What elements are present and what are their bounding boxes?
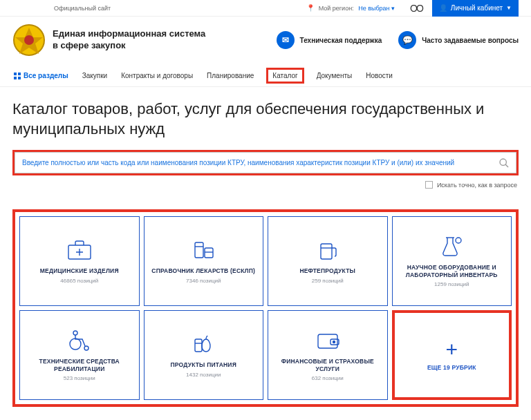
more-label: ЕЩЕ 19 РУБРИК xyxy=(427,364,476,372)
categories-grid: МЕДИЦИНСКИЕ ИЗДЕЛИЯ 46865 позиций СПРАВО… xyxy=(19,216,512,400)
plus-icon: + xyxy=(445,339,458,360)
region-label: Мой регион: xyxy=(319,5,354,12)
wallet-icon xyxy=(314,329,342,352)
fuel-icon xyxy=(314,238,342,262)
flask-icon xyxy=(438,235,465,258)
site-title: Единая информационная система в сфере за… xyxy=(53,28,205,52)
tech-support-label: Техническая поддержка xyxy=(300,37,382,44)
svg-point-9 xyxy=(70,338,81,350)
svg-point-11 xyxy=(84,346,88,350)
food-icon xyxy=(189,332,217,356)
categories-highlight: МЕДИЦИНСКИЕ ИЗДЕЛИЯ 46865 позиций СПРАВО… xyxy=(12,209,519,407)
svg-rect-12 xyxy=(195,339,202,352)
card-lab[interactable]: НАУЧНОЕ ОБОРУДОВАНИЕ И ЛАБОРАТОРНЫЙ ИНВЕ… xyxy=(392,216,512,306)
svg-point-10 xyxy=(73,331,77,335)
card-oil[interactable]: НЕФТЕПРОДУКТЫ 259 позиций xyxy=(268,216,388,306)
card-label: ПРОДУКТЫ ПИТАНИЯ xyxy=(171,361,236,369)
chevron-down-icon: ▾ xyxy=(391,5,395,12)
card-label: ФИНАНСОВЫЕ И СТРАХОВЫЕ УСЛУГИ xyxy=(272,358,383,372)
site-title-l2: в сфере закупок xyxy=(53,40,205,52)
main-nav: Все разделы Закупки Контракты и договоры… xyxy=(0,66,531,87)
svg-line-3 xyxy=(505,164,508,167)
card-label: МЕДИЦИНСКИЕ ИЗДЕЛИЯ xyxy=(40,267,119,275)
nav-all-label: Все разделы xyxy=(24,72,68,79)
accessibility-icon[interactable]: OO xyxy=(410,3,422,14)
card-count: 7346 позиций xyxy=(186,278,221,284)
faq-link[interactable]: 💬 Часто задаваемые вопросы xyxy=(398,31,519,49)
search-icon xyxy=(499,158,510,169)
page-title: Каталог товаров, работ, услуг для обеспе… xyxy=(12,99,519,139)
card-count: 523 позиции xyxy=(64,375,95,381)
svg-rect-6 xyxy=(205,248,213,258)
chat-icon: 💬 xyxy=(398,31,416,49)
svg-rect-5 xyxy=(195,242,203,258)
card-count: 259 позиций xyxy=(312,278,344,284)
card-more[interactable]: + ЕЩЕ 19 РУБРИК xyxy=(392,310,512,400)
mail-icon: ✉ xyxy=(277,31,295,49)
svg-point-15 xyxy=(333,341,335,343)
tech-support-link[interactable]: ✉ Техническая поддержка xyxy=(277,31,382,49)
card-label: ТЕХНИЧЕСКИЕ СРЕДСТВА РЕАБИЛИТАЦИИ xyxy=(24,358,135,372)
card-rehab[interactable]: ТЕХНИЧЕСКИЕ СРЕДСТВА РЕАБИЛИТАЦИИ 523 по… xyxy=(19,310,140,400)
card-finance[interactable]: ФИНАНСОВЫЕ И СТРАХОВЫЕ УСЛУГИ 632 позици… xyxy=(268,310,388,400)
search-bar xyxy=(15,152,516,173)
card-food[interactable]: ПРОДУКТЫ ПИТАНИЯ 1432 позиции xyxy=(144,310,264,400)
svg-point-2 xyxy=(500,159,506,165)
card-count: 46865 позиций xyxy=(60,278,98,284)
card-count: 1259 позиций xyxy=(434,281,469,287)
card-label: СПРАВОЧНИК ЛЕКАРСТВ (ЕСКЛП) xyxy=(151,267,255,275)
search-highlight xyxy=(12,150,519,175)
site-title-l1: Единая информационная система xyxy=(53,28,205,40)
header: Единая информационная система в сфере за… xyxy=(0,17,531,66)
user-icon xyxy=(439,4,447,12)
medkit-icon xyxy=(66,238,93,262)
exact-search-label: Искать точно, как в запросе xyxy=(437,182,517,189)
nav-news[interactable]: Новости xyxy=(364,69,394,82)
card-count: 1432 позиции xyxy=(186,372,221,378)
svg-point-1 xyxy=(24,35,34,45)
region-selector[interactable]: Мой регион: Не выбран ▾ xyxy=(306,4,395,12)
topbar: Официальный сайт Мой регион: Не выбран ▾… xyxy=(0,0,531,17)
chevron-down-icon: ▼ xyxy=(506,5,512,11)
categories-area: МЕДИЦИНСКИЕ ИЗДЕЛИЯ 46865 позиций СПРАВО… xyxy=(12,209,519,407)
pin-icon xyxy=(306,5,317,12)
region-value: Не выбран xyxy=(358,5,389,12)
exact-search-checkbox[interactable] xyxy=(425,181,433,189)
nav-contracts[interactable]: Контракты и договоры xyxy=(120,69,194,82)
card-medical[interactable]: МЕДИЦИНСКИЕ ИЗДЕЛИЯ 46865 позиций xyxy=(19,216,140,306)
login-button[interactable]: Личный кабинет ▼ xyxy=(432,0,519,17)
svg-rect-7 xyxy=(321,244,332,259)
wheelchair-icon xyxy=(66,329,93,352)
nav-planning[interactable]: Планирование xyxy=(205,69,255,82)
main-content: Каталог товаров, работ, услуг для обеспе… xyxy=(0,87,531,420)
faq-label: Часто задаваемые вопросы xyxy=(422,37,519,44)
search-button[interactable] xyxy=(492,158,516,169)
grid-icon xyxy=(14,73,21,79)
nav-catalog[interactable]: Каталог xyxy=(266,68,304,84)
card-medicines[interactable]: СПРАВОЧНИК ЛЕКАРСТВ (ЕСКЛП) 7346 позиций xyxy=(144,216,264,306)
svg-point-8 xyxy=(456,238,461,243)
exact-search-row: Искать точно, как в запросе xyxy=(12,175,519,189)
card-label: НАУЧНОЕ ОБОРУДОВАНИЕ И ЛАБОРАТОРНЫЙ ИНВЕ… xyxy=(397,264,507,278)
emblem-icon xyxy=(12,23,46,57)
card-label: НЕФТЕПРОДУКТЫ xyxy=(299,267,355,275)
nav-purchases[interactable]: Закупки xyxy=(81,69,109,82)
card-count: 632 позиции xyxy=(312,375,344,381)
login-label: Личный кабинет xyxy=(451,4,503,12)
nav-all-sections[interactable]: Все разделы xyxy=(12,69,70,82)
search-input[interactable] xyxy=(15,153,492,173)
pills-icon xyxy=(189,238,217,262)
nav-documents[interactable]: Документы xyxy=(315,69,354,82)
official-site-label: Официальный сайт xyxy=(54,5,111,12)
